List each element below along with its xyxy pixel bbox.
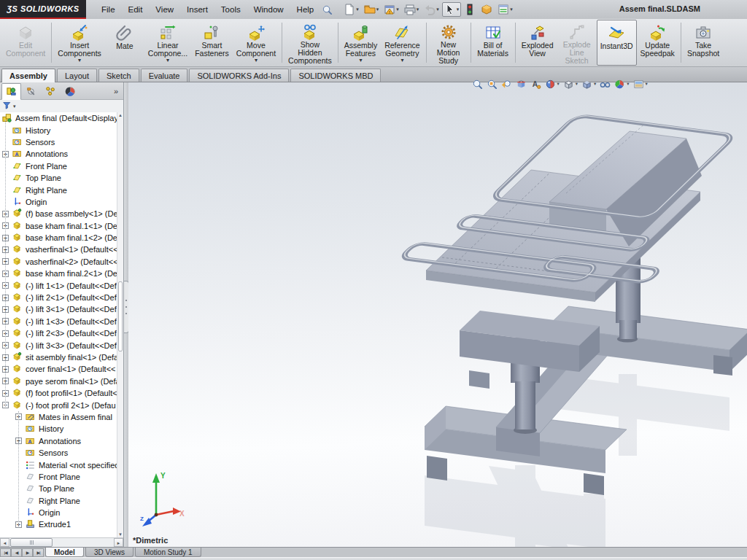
exploded-view-button[interactable]: ExplodedView	[518, 20, 557, 66]
appearances-button[interactable]: ▾	[614, 79, 629, 90]
reference-geometry-button[interactable]: ReferenceGeometry▾	[381, 20, 423, 66]
tree-item[interactable]: +vasherfinal<1> (Default<<	[0, 244, 123, 255]
panel-overflow-chevron[interactable]: »	[110, 87, 122, 96]
dropdown-caret-icon[interactable]: ▾	[646, 81, 648, 87]
menu-tools[interactable]: Tools	[214, 2, 247, 17]
tree-item[interactable]: +cover final<1> (Default<<	[0, 363, 123, 375]
filter-caret-icon[interactable]: ▾	[13, 104, 16, 109]
search-icon[interactable]	[322, 4, 333, 15]
appearances-tab[interactable]	[61, 83, 80, 100]
scroll-down-icon[interactable]: ▼	[117, 532, 123, 537]
tree-item[interactable]: +(-) lift 3<1> (Default<<Def	[0, 303, 123, 315]
nav-first-button[interactable]: |◀	[0, 548, 11, 557]
dropdown-caret-icon[interactable]: ▾	[400, 58, 403, 64]
new-motion-study-button[interactable]: NewMotionStudy	[429, 20, 468, 66]
tree-item[interactable]: Assem final (Default<Display	[0, 112, 123, 124]
scroll-thumb[interactable]	[118, 281, 123, 351]
dropdown-caret-icon[interactable]: ▾	[417, 7, 419, 12]
dropdown-caret-icon[interactable]: ▾	[356, 7, 359, 12]
instant3d-button[interactable]: Instant3D	[597, 20, 637, 66]
tab-sketch[interactable]: Sketch	[98, 69, 139, 82]
tree-item[interactable]: +(f) base assmbely<1> (Def	[0, 208, 123, 219]
zoom-to-area-button[interactable]	[487, 79, 498, 90]
annotation-views-button[interactable]: A	[530, 79, 541, 90]
menu-view[interactable]: View	[149, 2, 180, 17]
display-style-button[interactable]: ▾	[581, 79, 596, 90]
move-component-button[interactable]: MoveComponent▾	[233, 20, 279, 66]
tab-solidworks-add-ins[interactable]: SOLIDWORKS Add-Ins	[189, 69, 289, 82]
dropdown-caret-icon[interactable]: ▾	[255, 58, 258, 64]
menu-window[interactable]: Window	[247, 2, 290, 17]
undo-button[interactable]: ▾	[422, 2, 441, 17]
menu-edit[interactable]: Edit	[122, 2, 150, 17]
tree-item[interactable]: +base kham final.1<2> (Def	[0, 232, 123, 244]
tree-item[interactable]: Right Plane	[0, 184, 123, 195]
update-speedpak-button[interactable]: UpdateSpeedpak	[637, 20, 678, 66]
tab-model[interactable]: Model	[45, 548, 84, 557]
dropdown-caret-icon[interactable]: ▾	[78, 58, 81, 64]
tree-item[interactable]: +(-) lift 2<3> (Default<<Def	[0, 327, 123, 339]
tree-filter-row[interactable]: ▾	[0, 100, 123, 113]
menu-help[interactable]: Help	[290, 2, 321, 17]
tab-motion-study-1[interactable]: Motion Study 1	[135, 548, 201, 557]
dropdown-caret-icon[interactable]: ▾	[359, 58, 362, 64]
display-manager-tab[interactable]	[41, 83, 61, 100]
menu-insert[interactable]: Insert	[180, 2, 214, 17]
select-button[interactable]: ▾	[442, 2, 462, 17]
smart-fasteners-button[interactable]: SmartFasteners	[191, 20, 233, 66]
nav-last-button[interactable]: ▶|	[33, 548, 44, 557]
tab-evaluate[interactable]: Evaluate	[141, 69, 188, 82]
scroll-up-icon[interactable]: ▲	[117, 113, 123, 117]
edit-appearance-button[interactable]: ▾	[545, 79, 560, 90]
assembly-features-button[interactable]: AssemblyFeatures▾	[341, 20, 382, 66]
tree-item[interactable]: +(-) lift 3<3> (Default<<Def	[0, 339, 123, 351]
tree-item[interactable]: +(-) lift 2<1> (Default<<Def	[0, 292, 123, 303]
take-snapshot-button[interactable]: TakeSnapshot	[684, 20, 723, 66]
view-orientation-button[interactable]: ▾	[563, 79, 578, 90]
section-view-button[interactable]	[516, 79, 527, 90]
tree-item[interactable]: −(-) foot profil 2<1> (Defau	[0, 399, 123, 411]
tab-layout[interactable]: Layout	[57, 69, 97, 82]
tab-solidworks-mbd[interactable]: SOLIDWORKS MBD	[290, 69, 381, 82]
nav-next-button[interactable]: ▶	[22, 548, 33, 557]
print-button[interactable]: ▾	[402, 2, 422, 17]
dropdown-caret-icon[interactable]: ▾	[510, 7, 513, 12]
open-button[interactable]: ▾	[362, 2, 382, 17]
tree-item[interactable]: Origin	[0, 196, 123, 208]
tree-item[interactable]: Top Plane	[0, 172, 123, 184]
tree-item[interactable]: +base kham final.2<1> (Def	[0, 268, 123, 279]
show-hidden-components-button[interactable]: ShowHiddenComponents	[285, 20, 336, 66]
tab-3d-views[interactable]: 3D Views	[85, 548, 133, 557]
tree-item[interactable]: Front Plane	[0, 160, 123, 172]
insert-components-button[interactable]: InsertComponents▾	[54, 20, 105, 66]
scroll-thumb[interactable]	[10, 538, 53, 547]
rebuild-traffic-light-button[interactable]	[462, 2, 478, 17]
previous-view-button[interactable]	[501, 79, 512, 90]
tree-item[interactable]: +paye serom final<1> (Defa	[0, 376, 123, 387]
tree-item[interactable]: +base kham final.1<1> (Def	[0, 220, 123, 232]
file-properties-button[interactable]	[479, 2, 495, 17]
nav-prev-button[interactable]: ◀	[11, 548, 22, 557]
tab-assembly[interactable]: Assembly	[1, 69, 55, 82]
mate-button[interactable]: Mate	[105, 20, 144, 66]
dropdown-caret-icon[interactable]: ▾	[594, 81, 596, 87]
tree-item[interactable]: History	[0, 124, 123, 136]
tree-item[interactable]: Sensors	[0, 136, 123, 148]
save-button[interactable]: !▾	[382, 2, 401, 17]
feature-manager-tab[interactable]	[1, 83, 21, 100]
zoom-to-fit-button[interactable]	[472, 79, 483, 90]
viewport-3d[interactable]: A▾▾▾▾▾ Y X Z *Dimetric	[128, 82, 747, 547]
dropdown-caret-icon[interactable]: ▾	[396, 7, 399, 12]
tree-item[interactable]: +(-) lift 1<3> (Default<<Def	[0, 316, 123, 327]
new-document-button[interactable]: ▾	[341, 2, 361, 17]
tree-horizontal-scrollbar[interactable]: ◂ ▸	[0, 537, 123, 547]
dropdown-caret-icon[interactable]: ▾	[576, 81, 578, 87]
scroll-right-icon[interactable]: ▸	[114, 538, 123, 547]
tree-item[interactable]: +(f) foot profil<1> (Default<	[0, 387, 123, 399]
dropdown-caret-icon[interactable]: ▾	[376, 7, 379, 12]
dropdown-caret-icon[interactable]: ▾	[457, 7, 460, 12]
dropdown-caret-icon[interactable]: ▾	[557, 81, 560, 87]
dropdown-caret-icon[interactable]: ▾	[627, 81, 629, 87]
tree-item[interactable]: +vasherfinal<2> (Default<<	[0, 256, 123, 268]
bill-of-materials-button[interactable]: Bill ofMaterials	[473, 20, 513, 66]
